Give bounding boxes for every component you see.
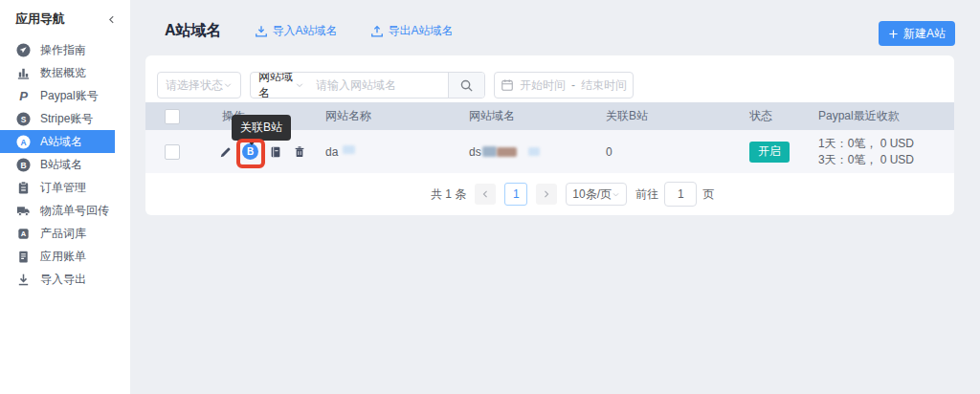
redacted-blur xyxy=(482,146,497,157)
sidebar-item-paypal[interactable]: P Paypal账号 xyxy=(0,84,115,107)
pagination: 共 1 条 1 10条/页 前往 页 xyxy=(431,183,714,206)
export-link-label: 导出A站域名 xyxy=(389,23,454,39)
date-separator: - xyxy=(571,78,575,92)
page-number-button[interactable]: 1 xyxy=(504,183,527,206)
date-start-placeholder: 开始时间 xyxy=(520,77,566,94)
sidebar-item-label: A站域名 xyxy=(40,134,82,150)
import-a-site-link[interactable]: 导入A站域名 xyxy=(255,23,338,39)
next-page-button[interactable] xyxy=(536,184,557,205)
sidebar-item-guide[interactable]: 操作指南 xyxy=(0,38,115,61)
sidebar-item-b-domain[interactable]: B B站域名 xyxy=(0,153,115,176)
search-field-select[interactable]: 网站域名 xyxy=(251,73,310,98)
sidebar-item-label: B站域名 xyxy=(40,157,82,173)
filter-bar: 请选择状态 网站域名 开始时间 - 结束时间 xyxy=(157,72,634,98)
goto-page-input[interactable] xyxy=(664,182,697,207)
status-badge: 开启 xyxy=(749,142,790,163)
sidebar-item-stripe[interactable]: S Stripe账号 xyxy=(0,107,115,130)
link-b-site-button[interactable]: B xyxy=(242,143,258,160)
sidebar-item-label: 导入导出 xyxy=(40,272,86,288)
column-header-status: 状态 xyxy=(749,102,772,130)
chevron-down-icon xyxy=(295,80,304,90)
chevron-down-icon xyxy=(612,190,620,199)
svg-text:B: B xyxy=(20,160,26,169)
bill-document-icon xyxy=(16,250,31,264)
paypal-recent-payments: 1天：0笔， 0 USD 3天：0笔， 0 USD xyxy=(818,136,914,168)
sidebar-item-label: 操作指南 xyxy=(40,42,86,58)
sidebar-item-a-domain[interactable]: A A站域名 xyxy=(0,130,115,153)
truck-icon xyxy=(16,204,31,218)
select-all-checkbox[interactable] xyxy=(165,109,180,124)
notebook-icon[interactable] xyxy=(268,144,282,160)
create-button-label: 新建A站 xyxy=(903,26,946,42)
sidebar-item-import-export[interactable]: 导入导出 xyxy=(0,268,115,291)
sidebar-item-label: 应用账单 xyxy=(40,249,86,265)
prev-page-button[interactable] xyxy=(475,184,496,205)
page-size-select[interactable]: 10条/页 xyxy=(566,183,627,206)
sidebar-item-app-billing[interactable]: 应用账单 xyxy=(0,245,115,268)
date-end-placeholder: 结束时间 xyxy=(581,77,627,94)
date-range-picker[interactable]: 开始时间 - 结束时间 xyxy=(494,72,634,98)
search-input[interactable] xyxy=(310,73,448,98)
download-icon xyxy=(16,273,31,287)
sidebar-item-logistics[interactable]: 物流单号回传 xyxy=(0,199,115,222)
search-icon xyxy=(459,78,474,93)
clipboard-icon xyxy=(16,181,31,195)
pagination-total: 共 1 条 xyxy=(431,186,466,203)
row-checkbox[interactable] xyxy=(165,144,180,160)
svg-text:A: A xyxy=(20,137,26,146)
create-a-site-button[interactable]: 新建A站 xyxy=(879,21,955,46)
sidebar: 应用导航 操作指南 数据概览 P Paypal账号 S Stripe账号 xyxy=(0,0,130,394)
status-select-placeholder: 请选择状态 xyxy=(166,77,223,94)
stripe-icon: S xyxy=(16,112,31,126)
site-domain-text: ds xyxy=(469,145,481,159)
collapse-sidebar-icon[interactable] xyxy=(106,14,117,25)
export-a-site-link[interactable]: 导出A站域名 xyxy=(370,23,454,39)
site-name-cell: da xyxy=(325,130,355,173)
sidebar-item-label: 数据概览 xyxy=(40,65,86,81)
a-site-icon: A xyxy=(16,135,31,149)
redacted-blur xyxy=(528,147,540,156)
paypal-line-2: 3天：0笔， 0 USD xyxy=(818,152,914,168)
plus-icon xyxy=(888,29,899,39)
search-group: 网站域名 xyxy=(250,72,485,98)
compass-guide-icon xyxy=(16,43,31,57)
site-domain-cell: ds xyxy=(469,130,540,173)
goto-unit: 页 xyxy=(702,186,714,203)
paypal-icon: P xyxy=(16,89,31,103)
svg-text:S: S xyxy=(21,114,27,123)
redacted-blur xyxy=(497,147,517,157)
page-title: A站域名 xyxy=(165,21,222,41)
edit-pencil-icon[interactable] xyxy=(218,144,233,160)
search-field-value: 网站域名 xyxy=(258,72,295,98)
svg-text:P: P xyxy=(19,89,28,103)
sidebar-item-label: 订单管理 xyxy=(40,180,86,196)
linked-b-count: 0 xyxy=(606,130,612,173)
paypal-line-1: 1天：0笔， 0 USD xyxy=(818,136,914,152)
calendar-icon xyxy=(501,78,514,92)
delete-trash-icon[interactable] xyxy=(292,144,306,160)
sidebar-item-label: 物流单号回传 xyxy=(40,203,109,219)
sidebar-item-label: Stripe账号 xyxy=(40,111,93,127)
sidebar-item-data-overview[interactable]: 数据概览 xyxy=(0,61,115,84)
page-size-value: 10条/页 xyxy=(572,186,612,203)
export-upload-icon xyxy=(370,25,384,38)
column-header-site-domain: 网站域名 xyxy=(469,102,515,130)
chevron-down-icon xyxy=(223,80,233,90)
import-link-label: 导入A站域名 xyxy=(273,23,338,39)
sidebar-item-orders[interactable]: 订单管理 xyxy=(0,176,115,199)
sidebar-item-label: 产品词库 xyxy=(40,226,86,242)
page-header: A站域名 导入A站域名 导出A站域名 xyxy=(165,21,454,41)
tooltip-link-b-site: 关联B站 xyxy=(232,115,291,141)
redacted-blur xyxy=(343,145,355,154)
svg-text:A: A xyxy=(21,230,27,238)
sidebar-item-product-library[interactable]: A 产品词库 xyxy=(0,222,115,245)
search-button[interactable] xyxy=(448,73,484,98)
column-header-paypal: Paypal最近收款 xyxy=(818,102,900,130)
goto-page-group: 前往 页 xyxy=(635,182,714,207)
column-header-linked-b: 关联B站 xyxy=(606,102,648,130)
b-site-icon: B xyxy=(16,158,31,172)
goto-label: 前往 xyxy=(635,186,658,203)
sidebar-title: 应用导航 xyxy=(15,11,65,28)
import-download-icon xyxy=(255,25,268,38)
status-select[interactable]: 请选择状态 xyxy=(157,72,241,98)
